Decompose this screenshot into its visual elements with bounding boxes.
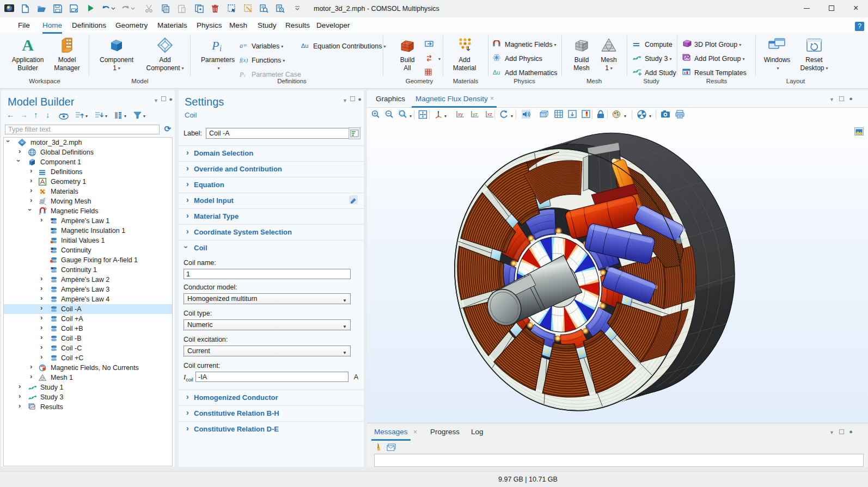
svg-text:D: D (51, 218, 53, 221)
svg-text:P: P (211, 39, 219, 52)
svg-text:A: A (22, 37, 34, 53)
svg-text:+: + (493, 40, 494, 44)
svg-text:f(x): f(x) (240, 57, 248, 63)
svg-text:i: i (244, 73, 245, 77)
svg-text:P: P (240, 71, 244, 77)
svg-text:D: D (51, 227, 53, 231)
svg-text:yz: yz (473, 112, 478, 117)
svg-text:i: i (219, 45, 222, 53)
svg-text:Δu: Δu (301, 42, 308, 49)
svg-text:D: D (51, 247, 53, 250)
svg-text:+: + (39, 212, 41, 215)
svg-text:D: D (51, 267, 53, 270)
svg-text:∂Ω: ∂Ω (51, 231, 54, 234)
svg-text:xy: xy (458, 112, 463, 117)
svg-text:Δu: Δu (493, 69, 500, 76)
svg-text:a=: a= (240, 42, 247, 49)
svg-text:xz: xz (487, 112, 493, 117)
